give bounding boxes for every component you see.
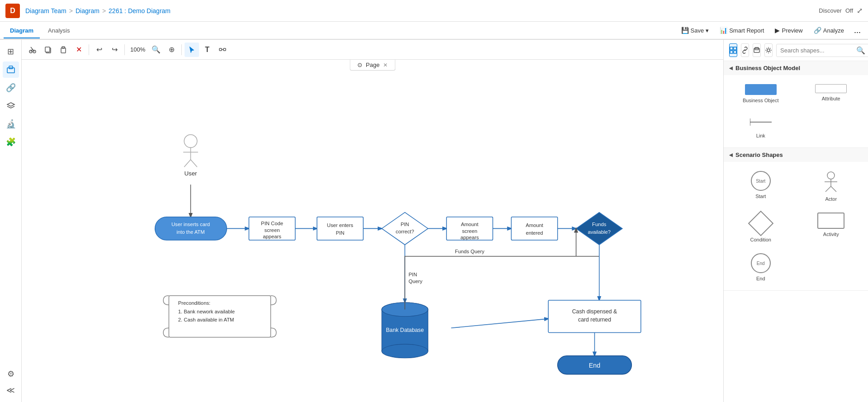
preview-button[interactable]: ▶ Preview (770, 25, 807, 36)
save-label: Save (691, 27, 704, 34)
attribute-label: Attribute (822, 96, 840, 101)
link-shape[interactable]: Link (729, 112, 792, 140)
breadcrumb-sep1: > (69, 7, 73, 14)
attribute-shape[interactable]: Attribute (800, 82, 863, 105)
preconditions-node[interactable]: Preconditions: 1. Bank nework available … (163, 296, 276, 337)
zoom-in-button[interactable]: ⊕ (164, 43, 179, 57)
discover-off: Off (845, 7, 853, 14)
zoom-out-button[interactable]: 🔍 (149, 43, 163, 57)
start-shape[interactable]: Start Start (729, 169, 792, 203)
end-shape[interactable]: End End (729, 251, 792, 283)
bom-shape-grid: Business Object Attribute Link (729, 82, 863, 140)
condition-preview (748, 211, 773, 236)
redo-button[interactable]: ↪ (107, 43, 122, 57)
sidebar-item-collapse[interactable]: ≪ (3, 382, 19, 398)
svg-rect-74 (730, 51, 733, 53)
enter-pin-node[interactable]: User enters PIN (317, 217, 363, 240)
panel-settings-button[interactable] (764, 43, 773, 57)
svg-rect-73 (734, 47, 736, 50)
top-bar: D Diagram Team > Diagram > 2261 : Demo D… (0, 0, 868, 22)
copy-button[interactable] (41, 43, 55, 57)
actor-shape[interactable]: Actor (800, 169, 863, 203)
page-tab: ⊙ Page ✕ (350, 60, 395, 71)
svg-text:Amount: Amount (526, 222, 544, 228)
activity-preview (817, 213, 844, 229)
insert-card-node[interactable]: User inserts card into the ATM (155, 217, 227, 240)
activity-shape[interactable]: Activity (800, 211, 863, 244)
svg-text:1. Bank nework available: 1. Bank nework available (178, 309, 235, 314)
connect-tool[interactable] (215, 43, 230, 57)
panel-layers-button[interactable] (753, 43, 761, 57)
user-actor[interactable]: User (183, 135, 198, 177)
funds-available-node[interactable]: Funds available? (576, 213, 622, 245)
expand-icon[interactable]: ⤢ (857, 6, 863, 15)
panel-grid-button[interactable] (729, 43, 737, 57)
amount-entered-node[interactable]: Amount entered (511, 217, 557, 240)
bank-db-node[interactable]: Bank Database (382, 303, 428, 358)
breadcrumb-sep2: > (102, 7, 106, 14)
sidebar-item-puzzle[interactable]: 🧩 (3, 134, 19, 150)
save-button[interactable]: 💾 Save ▾ (677, 25, 714, 36)
svg-rect-30 (317, 217, 363, 240)
right-panel: 🔍 ◀ Business Object Model Business Objec… (723, 40, 868, 402)
start-preview: Start (751, 171, 771, 191)
bom-collapse-arrow: ◀ (729, 66, 733, 71)
search-icon[interactable]: 🔍 (856, 46, 865, 55)
toolbar: ✕ ↩ ↪ 100% 🔍 ⊕ T (22, 40, 723, 60)
text-tool[interactable]: T (200, 43, 214, 57)
delete-button[interactable]: ✕ (71, 43, 86, 57)
svg-rect-11 (219, 48, 222, 51)
paste-button[interactable] (56, 43, 71, 57)
tab-analysis[interactable]: Analysis (42, 24, 76, 38)
canvas[interactable]: User User inserts card into the ATM (22, 60, 723, 402)
svg-point-81 (827, 172, 835, 179)
svg-text:entered: entered (526, 230, 543, 236)
tab-diagram[interactable]: Diagram (4, 24, 40, 38)
sidebar-item-home[interactable]: ⊞ (3, 43, 19, 60)
panel-search-input[interactable] (780, 47, 856, 54)
bom-section-header[interactable]: ◀ Business Object Model (724, 61, 868, 75)
svg-text:screen: screen (462, 228, 477, 234)
scenario-section-header[interactable]: ◀ Scenario Shapes (724, 148, 868, 162)
pointer-tool[interactable] (185, 43, 199, 57)
pin-screen-node[interactable]: PIN Code screen appears (249, 217, 295, 240)
preview-icon: ▶ (775, 27, 780, 34)
breadcrumb-team[interactable]: Diagram Team (25, 7, 66, 14)
page-tab-icon: ⊙ (357, 61, 362, 68)
svg-text:card returned: card returned (578, 317, 611, 323)
smart-report-button[interactable]: 📊 Smart Report (715, 25, 768, 36)
end-node[interactable]: End (558, 356, 632, 374)
business-object-shape[interactable]: Business Object (729, 82, 792, 105)
amount-screen-node[interactable]: Amount screen appears (446, 217, 493, 240)
svg-text:into the ATM: into the ATM (176, 229, 204, 235)
app-icon: D (5, 4, 20, 18)
page-tab-close[interactable]: ✕ (383, 62, 388, 68)
svg-text:2. Cash available in ATM: 2. Cash available in ATM (178, 317, 234, 322)
sidebar-item-link[interactable]: 🔗 (3, 80, 19, 96)
cut-button[interactable] (25, 43, 40, 57)
breadcrumb-project[interactable]: Diagram (76, 7, 100, 14)
sidebar-item-flask[interactable]: 🔬 (3, 116, 19, 132)
tab-bar: Diagram Analysis 💾 Save ▾ 📊 Smart Report… (0, 22, 868, 40)
undo-button[interactable]: ↩ (92, 43, 106, 57)
breadcrumb-issue[interactable]: 2261 : Demo Diagram (109, 7, 171, 14)
sidebar-item-diagram[interactable] (3, 61, 19, 78)
more-button[interactable]: ... (850, 24, 864, 37)
tab-actions: 💾 Save ▾ 📊 Smart Report ▶ Preview 🔗 Anal… (677, 25, 849, 36)
svg-rect-1 (9, 66, 13, 69)
svg-line-84 (825, 186, 831, 192)
panel-link-button[interactable] (741, 43, 749, 57)
attribute-preview (815, 84, 847, 93)
sidebar-item-layers[interactable] (3, 98, 19, 114)
svg-text:available?: available? (588, 229, 611, 235)
condition-shape[interactable]: Condition (729, 211, 792, 244)
analyze-label: Analyze (823, 27, 844, 34)
sidebar-item-settings[interactable]: ⚙ (3, 366, 19, 382)
diagram-svg: User User inserts card into the ATM (22, 60, 723, 402)
left-sidebar: ⊞ 🔗 🔬 🧩 ⚙ ≪ (0, 40, 22, 402)
scenario-section-title: Scenario Shapes (735, 151, 783, 158)
svg-point-52 (382, 344, 428, 358)
analyze-button[interactable]: 🔗 Analyze (809, 25, 849, 36)
cash-dispensed-node[interactable]: Cash dispensed & card returned (548, 300, 641, 333)
pin-correct-node[interactable]: PIN correct? (382, 213, 428, 245)
